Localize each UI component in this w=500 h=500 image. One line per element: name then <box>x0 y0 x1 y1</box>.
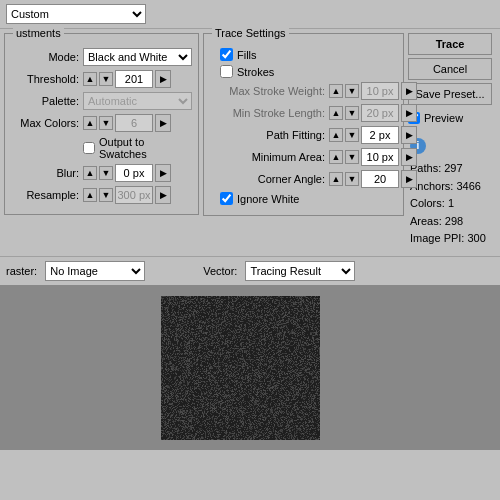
threshold-input[interactable] <box>115 70 153 88</box>
fills-checkbox[interactable] <box>220 48 233 61</box>
raster-label: raster: <box>6 265 37 277</box>
blur-down-btn[interactable]: ▼ <box>99 166 113 180</box>
ma-arrow-btn[interactable]: ▶ <box>401 148 417 166</box>
fills-label: Fills <box>237 49 257 61</box>
top-bar: Custom <box>0 0 500 29</box>
threshold-arrow-btn[interactable]: ▶ <box>155 70 171 88</box>
ca-down-btn[interactable]: ▼ <box>345 172 359 186</box>
ca-input[interactable] <box>361 170 399 188</box>
colors-label: Colors: <box>410 197 445 209</box>
max-colors-down-btn[interactable]: ▼ <box>99 116 113 130</box>
left-panel: ustments Mode: Black and White Threshold… <box>4 33 199 252</box>
resample-down-btn[interactable]: ▼ <box>99 188 113 202</box>
mode-select[interactable]: Black and White <box>83 48 192 66</box>
max-colors-label: Max Colors: <box>11 117 79 129</box>
areas-row: Areas: 298 <box>410 213 494 231</box>
resample-label: Resample: <box>11 189 79 201</box>
path-fitting-spinner: ▲ ▼ ▶ <box>329 126 417 144</box>
minimum-area-row: Minimum Area: ▲ ▼ ▶ <box>210 148 397 166</box>
raster-select[interactable]: No Image <box>45 261 145 281</box>
resample-up-btn[interactable]: ▲ <box>83 188 97 202</box>
pf-up-btn[interactable]: ▲ <box>329 128 343 142</box>
palette-label: Palette: <box>11 95 79 107</box>
anchors-row: Anchors: 3466 <box>410 178 494 196</box>
adjustments-group: ustments Mode: Black and White Threshold… <box>4 33 199 215</box>
blur-up-btn[interactable]: ▲ <box>83 166 97 180</box>
colors-row: Colors: 1 <box>410 195 494 213</box>
resample-spinner: ▲ ▼ ▶ <box>83 186 171 204</box>
info-box: i Paths: 297 Anchors: 3466 Colors: 1 Are… <box>408 133 496 252</box>
vector-label: Vector: <box>203 265 237 277</box>
blur-arrow-btn[interactable]: ▶ <box>155 164 171 182</box>
blur-row: Blur: ▲ ▼ ▶ <box>11 164 192 182</box>
colors-value: 1 <box>448 197 454 209</box>
msl-input[interactable] <box>361 104 399 122</box>
msl-arrow-btn[interactable]: ▶ <box>401 104 417 122</box>
pf-input[interactable] <box>361 126 399 144</box>
pf-arrow-btn[interactable]: ▶ <box>401 126 417 144</box>
paths-row: Paths: 297 <box>410 160 494 178</box>
vector-select[interactable]: Tracing Result <box>245 261 355 281</box>
areas-label: Areas: <box>410 215 442 227</box>
strokes-label: Strokes <box>237 66 274 78</box>
msl-down-btn[interactable]: ▼ <box>345 106 359 120</box>
mode-row: Mode: Black and White <box>11 48 192 66</box>
resample-input[interactable] <box>115 186 153 204</box>
max-colors-up-btn[interactable]: ▲ <box>83 116 97 130</box>
save-preset-button[interactable]: Save Preset... <box>408 83 492 105</box>
threshold-row: Threshold: ▲ ▼ ▶ <box>11 70 192 88</box>
blur-input[interactable] <box>115 164 153 182</box>
blur-label: Blur: <box>11 167 79 179</box>
output-swatches-label: Output to Swatches <box>99 136 192 160</box>
max-stroke-weight-row: Max Stroke Weight: ▲ ▼ ▶ <box>210 82 397 100</box>
image-ppi-value: 300 <box>467 232 485 244</box>
threshold-down-btn[interactable]: ▼ <box>99 72 113 86</box>
palette-select[interactable]: Automatic <box>83 92 192 110</box>
msw-down-btn[interactable]: ▼ <box>345 84 359 98</box>
image-ppi-row: Image PPI: 300 <box>410 230 494 248</box>
right-panel: Trace Cancel Save Preset... Preview i Pa… <box>408 33 496 252</box>
output-swatches-checkbox[interactable] <box>83 142 95 154</box>
threshold-up-btn[interactable]: ▲ <box>83 72 97 86</box>
minimum-area-spinner: ▲ ▼ ▶ <box>329 148 417 166</box>
max-colors-spinner: ▲ ▼ ▶ <box>83 114 171 132</box>
preset-select[interactable]: Custom <box>6 4 146 24</box>
corner-angle-row: Corner Angle: ▲ ▼ ▶ <box>210 170 397 188</box>
max-colors-arrow-btn[interactable]: ▶ <box>155 114 171 132</box>
path-fitting-label: Path Fitting: <box>210 129 325 141</box>
msl-up-btn[interactable]: ▲ <box>329 106 343 120</box>
preview-row: Preview <box>408 112 496 124</box>
max-colors-input[interactable] <box>115 114 153 132</box>
path-fitting-row: Path Fitting: ▲ ▼ ▶ <box>210 126 397 144</box>
ignore-white-row: Ignore White <box>210 192 397 205</box>
pf-down-btn[interactable]: ▼ <box>345 128 359 142</box>
adjustments-label: ustments <box>13 27 64 39</box>
preview-area <box>0 285 500 450</box>
msw-input[interactable] <box>361 82 399 100</box>
middle-panel: Trace Settings Fills Strokes Max Stroke … <box>203 33 404 252</box>
strokes-checkbox[interactable] <box>220 65 233 78</box>
ma-input[interactable] <box>361 148 399 166</box>
trace-button[interactable]: Trace <box>408 33 492 55</box>
ignore-white-checkbox[interactable] <box>220 192 233 205</box>
threshold-label: Threshold: <box>11 73 79 85</box>
areas-value: 298 <box>445 215 463 227</box>
anchors-value: 3466 <box>456 180 480 192</box>
trace-settings-group: Trace Settings Fills Strokes Max Stroke … <box>203 33 404 216</box>
min-stroke-length-spinner: ▲ ▼ ▶ <box>329 104 417 122</box>
minimum-area-label: Minimum Area: <box>210 151 325 163</box>
ignore-white-label: Ignore White <box>237 193 299 205</box>
corner-angle-spinner: ▲ ▼ ▶ <box>329 170 417 188</box>
min-stroke-length-label: Min Stroke Length: <box>210 107 325 119</box>
msw-up-btn[interactable]: ▲ <box>329 84 343 98</box>
cancel-button[interactable]: Cancel <box>408 58 492 80</box>
ma-up-btn[interactable]: ▲ <box>329 150 343 164</box>
resample-arrow-btn[interactable]: ▶ <box>155 186 171 204</box>
paths-value: 297 <box>444 162 462 174</box>
mode-label: Mode: <box>11 51 79 63</box>
max-colors-row: Max Colors: ▲ ▼ ▶ <box>11 114 192 132</box>
msw-arrow-btn[interactable]: ▶ <box>401 82 417 100</box>
ca-up-btn[interactable]: ▲ <box>329 172 343 186</box>
ma-down-btn[interactable]: ▼ <box>345 150 359 164</box>
ca-arrow-btn[interactable]: ▶ <box>401 170 417 188</box>
